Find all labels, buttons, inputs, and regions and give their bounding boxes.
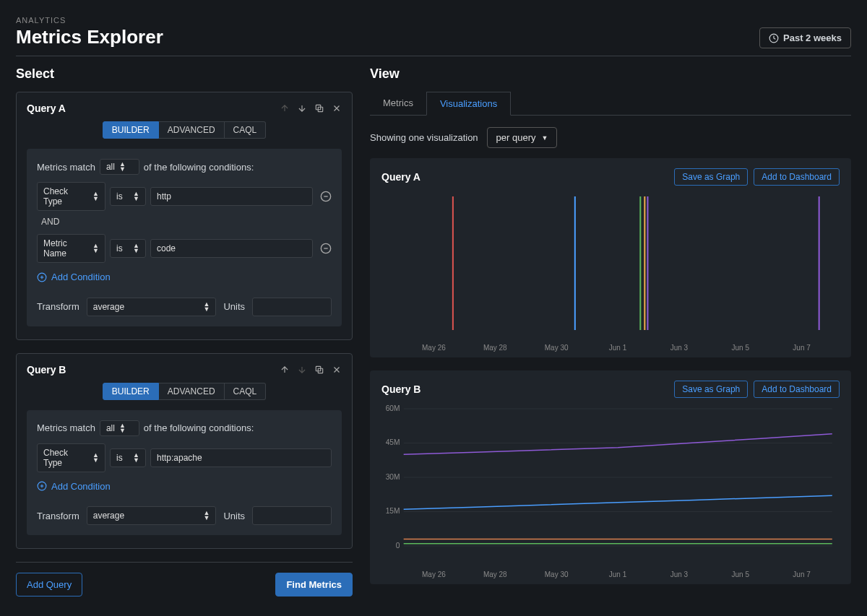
units-input[interactable] xyxy=(252,298,332,316)
arrow-up-icon[interactable] xyxy=(280,365,290,375)
viz-a-title: Query A xyxy=(381,171,420,183)
add-query-button[interactable]: Add Query xyxy=(16,573,82,597)
clock-icon xyxy=(769,33,779,43)
remove-condition-icon[interactable] xyxy=(320,243,332,254)
match-mode-select[interactable]: all ▲▼ xyxy=(100,420,139,436)
tab-metrics[interactable]: Metrics xyxy=(370,92,426,115)
tab-advanced[interactable]: ADVANCED xyxy=(159,383,225,400)
tab-builder[interactable]: BUILDER xyxy=(103,121,159,139)
add-to-dashboard-button[interactable]: Add to Dashboard xyxy=(754,381,840,398)
x-axis-labels: May 26May 28May 30Jun 1Jun 3Jun 5Jun 7 xyxy=(381,341,840,352)
arrow-down-icon[interactable] xyxy=(297,103,307,113)
chart-query-b: 015M30M45M60M xyxy=(381,405,840,568)
query-b-title: Query B xyxy=(27,364,66,376)
query-card-a: Query A BUILDER ADVANCED CAQL Metrics ma… xyxy=(16,92,353,340)
page-title: Metrics Explorer xyxy=(16,26,163,48)
view-title: View xyxy=(370,66,851,82)
svg-text:45M: 45M xyxy=(386,439,400,447)
svg-text:15M: 15M xyxy=(386,508,400,516)
viz-b-title: Query B xyxy=(381,383,420,395)
plus-circle-icon xyxy=(37,481,47,491)
sort-arrows-icon: ▲▼ xyxy=(133,191,139,201)
copy-icon[interactable] xyxy=(314,365,324,375)
units-label: Units xyxy=(223,301,245,312)
sort-arrows-icon: ▲▼ xyxy=(203,302,210,312)
viz-card-a: Query A Save as Graph Add to Dashboard M… xyxy=(370,158,851,357)
breadcrumb: ANALYTICS xyxy=(16,16,163,25)
close-icon[interactable] xyxy=(332,365,342,375)
tab-visualizations[interactable]: Visualizations xyxy=(426,92,511,116)
showing-text: Showing one visualization xyxy=(370,132,478,143)
svg-text:60M: 60M xyxy=(386,405,400,412)
add-condition-button[interactable]: Add Condition xyxy=(37,272,111,282)
viz-card-b: Query B Save as Graph Add to Dashboard 0… xyxy=(370,370,851,584)
svg-text:0: 0 xyxy=(396,542,400,550)
sort-arrows-icon: ▲▼ xyxy=(92,453,99,463)
sort-arrows-icon: ▲▼ xyxy=(119,423,126,433)
sort-arrows-icon: ▲▼ xyxy=(133,453,139,463)
condition-field-select[interactable]: Metric Name ▲▼ xyxy=(37,234,105,263)
condition-op-select[interactable]: is ▲▼ xyxy=(110,187,146,206)
condition-field-select[interactable]: Check Type ▲▼ xyxy=(37,182,105,211)
sort-arrows-icon: ▲▼ xyxy=(92,243,99,253)
copy-icon[interactable] xyxy=(314,103,324,113)
transform-label: Transform xyxy=(37,511,79,521)
add-condition-button[interactable]: Add Condition xyxy=(37,481,111,492)
transform-select[interactable]: average ▲▼ xyxy=(87,298,217,316)
x-axis-labels: May 26May 28May 30Jun 1Jun 3Jun 5Jun 7 xyxy=(381,568,840,578)
match-mode-select[interactable]: all ▲▼ xyxy=(100,159,139,175)
chevron-down-icon: ▼ xyxy=(542,134,548,142)
condition-value-input[interactable] xyxy=(150,187,313,206)
match-post: of the following conditions: xyxy=(144,162,254,173)
match-pre: Metrics match xyxy=(37,422,95,433)
tab-advanced[interactable]: ADVANCED xyxy=(159,121,225,139)
units-input[interactable] xyxy=(252,506,332,525)
time-range-label: Past 2 weeks xyxy=(783,32,842,43)
match-post: of the following conditions: xyxy=(144,422,254,433)
remove-condition-icon[interactable] xyxy=(320,191,332,202)
arrow-up-icon xyxy=(280,103,290,113)
transform-label: Transform xyxy=(37,301,79,312)
plus-circle-icon xyxy=(37,272,47,282)
sort-arrows-icon: ▲▼ xyxy=(119,162,126,172)
close-icon[interactable] xyxy=(332,103,342,113)
save-as-graph-button[interactable]: Save as Graph xyxy=(674,168,748,186)
add-to-dashboard-button[interactable]: Add to Dashboard xyxy=(754,168,840,186)
match-pre: Metrics match xyxy=(37,162,95,173)
condition-field-select[interactable]: Check Type ▲▼ xyxy=(37,443,105,472)
units-label: Units xyxy=(223,511,245,521)
sort-arrows-icon: ▲▼ xyxy=(133,243,139,253)
select-title: Select xyxy=(16,66,353,82)
query-card-b: Query B BUILDER ADVANCED CAQL Metrics ma… xyxy=(16,353,353,550)
svg-text:30M: 30M xyxy=(386,473,400,481)
time-range-button[interactable]: Past 2 weeks xyxy=(759,27,851,48)
save-as-graph-button[interactable]: Save as Graph xyxy=(674,381,748,398)
condition-op-select[interactable]: is ▲▼ xyxy=(110,239,146,258)
find-metrics-button[interactable]: Find Metrics xyxy=(275,573,353,597)
condition-value-input[interactable] xyxy=(150,239,313,258)
tab-builder[interactable]: BUILDER xyxy=(103,383,159,400)
tab-caql[interactable]: CAQL xyxy=(225,121,267,139)
tab-caql[interactable]: CAQL xyxy=(225,383,267,400)
sort-arrows-icon: ▲▼ xyxy=(203,511,210,521)
header-divider xyxy=(16,56,851,56)
arrow-down-icon xyxy=(297,365,307,375)
query-a-title: Query A xyxy=(27,103,66,114)
sort-arrows-icon: ▲▼ xyxy=(92,191,99,201)
per-query-select[interactable]: per query ▼ xyxy=(487,127,558,148)
condition-op-select[interactable]: is ▲▼ xyxy=(110,448,146,467)
chart-query-a xyxy=(381,193,840,341)
condition-value-input[interactable] xyxy=(150,448,332,467)
transform-select[interactable]: average ▲▼ xyxy=(87,506,217,525)
logic-and: AND xyxy=(41,217,332,227)
